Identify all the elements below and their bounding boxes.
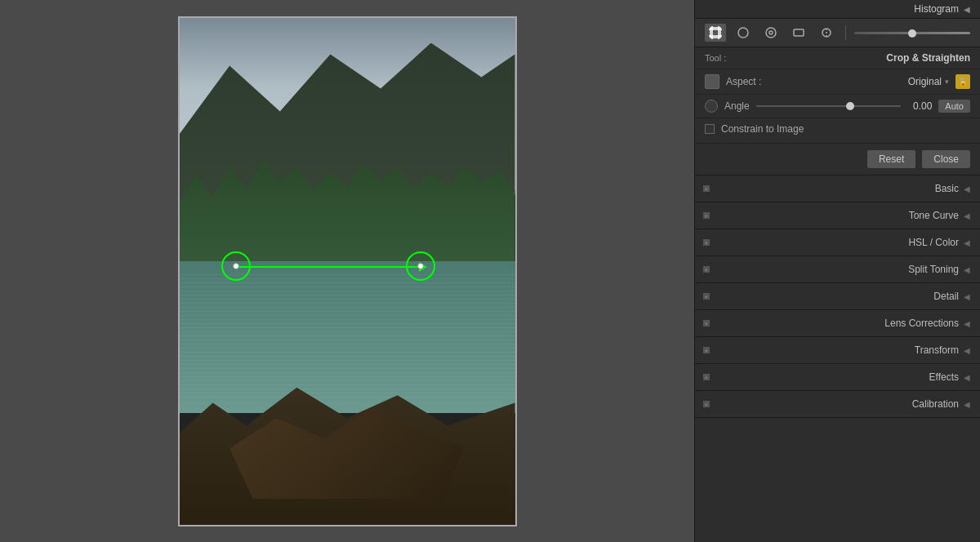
tool-slider-thumb [908, 29, 916, 38]
section-arrow-effects: ◀ [964, 373, 970, 382]
svg-point-7 [769, 31, 773, 34]
panel-section-header-lens-corrections[interactable]: ▪ Lens Corrections ◀ [695, 310, 980, 336]
angle-value: 0.00 [907, 100, 932, 112]
panel-section-header-transform[interactable]: ▪ Transform ◀ [695, 337, 980, 363]
angle-label: Angle [724, 100, 750, 112]
svg-point-5 [738, 28, 748, 38]
tool-slider-container [854, 32, 970, 34]
water-ripples [180, 271, 515, 398]
collapse-icon-effects: ▪ [703, 374, 710, 380]
lock-icon: 🔒 [958, 78, 968, 87]
aspect-label: Aspect : [726, 76, 902, 87]
section-title-lens-corrections: Lens Corrections [716, 318, 959, 329]
crop-panel-header: Tool : Crop & Straighten [695, 47, 980, 69]
panel-section-transform: ▪ Transform ◀ [695, 337, 980, 364]
section-title-tone-curve: Tone Curve [716, 210, 959, 221]
collapse-icon-detail: ▪ [703, 293, 710, 300]
section-title-basic: Basic [716, 183, 959, 194]
histogram-title: Histogram [914, 3, 959, 15]
angle-slider-thumb[interactable] [846, 102, 854, 110]
panel-section-header-detail[interactable]: ▪ Detail ◀ [695, 283, 980, 309]
panel-section-split-toning: ▪ Split Toning ◀ [695, 256, 980, 283]
collapse-icon-hsl-color: ▪ [703, 239, 710, 246]
section-arrow-detail: ◀ [964, 292, 970, 301]
spot-tool-btn[interactable] [816, 24, 837, 42]
tool-value: Crop & Straighten [886, 52, 970, 64]
action-row: Reset Close [695, 144, 980, 175]
tool-slider[interactable] [854, 32, 970, 34]
section-arrow-transform: ◀ [964, 346, 970, 355]
aspect-row: Aspect : Original ▾ 🔒 [695, 69, 980, 95]
angle-slider-wrapper [756, 100, 902, 113]
panel-sections: ▪ Basic ◀ ▪ Tone Curve ◀ ▪ HSL / Color ◀… [695, 175, 980, 542]
section-arrow-basic: ◀ [964, 184, 970, 193]
panel-section-header-calibration[interactable]: ▪ Calibration ◀ [695, 391, 980, 417]
toolbar-row [695, 19, 980, 47]
section-arrow-split-toning: ◀ [964, 265, 970, 274]
panel-section-basic: ▪ Basic ◀ [695, 175, 980, 202]
section-arrow-lens-corrections: ◀ [964, 319, 970, 328]
panel-section-lens-corrections: ▪ Lens Corrections ◀ [695, 310, 980, 337]
collapse-icon-basic: ▪ [703, 185, 710, 192]
section-title-calibration: Calibration [716, 398, 959, 410]
lock-button[interactable]: 🔒 [956, 74, 970, 89]
collapse-icon-split-toning: ▪ [703, 266, 710, 273]
circle-tool-btn[interactable] [733, 24, 754, 42]
histogram-bar: Histogram ◀ [695, 0, 980, 19]
panel-section-calibration: ▪ Calibration ◀ [695, 391, 980, 418]
collapse-icon-lens-corrections: ▪ [703, 320, 710, 327]
panel-section-header-tone-curve[interactable]: ▪ Tone Curve ◀ [695, 202, 980, 229]
collapse-icon-calibration: ▪ [703, 401, 710, 407]
histogram-arrow: ◀ [964, 5, 970, 14]
panel-section-detail: ▪ Detail ◀ [695, 283, 980, 310]
constrain-label: Constrain to Image [721, 123, 804, 135]
right-panel: Histogram ◀ [694, 0, 980, 542]
constrain-row: Constrain to Image [695, 118, 980, 144]
section-title-transform: Transform [716, 344, 959, 356]
circle-toggle[interactable] [705, 100, 718, 113]
section-title-split-toning: Split Toning [716, 264, 959, 275]
close-button[interactable]: Close [922, 150, 970, 168]
aspect-dropdown-arrow-icon: ▾ [945, 78, 949, 86]
tool-separator [845, 25, 846, 40]
panel-section-header-effects[interactable]: ▪ Effects ◀ [695, 364, 980, 390]
target-tool-btn[interactable] [760, 24, 782, 42]
section-arrow-calibration: ◀ [964, 400, 970, 409]
svg-rect-8 [794, 29, 804, 36]
section-title-detail: Detail [716, 291, 959, 302]
panel-section-header-split-toning[interactable]: ▪ Split Toning ◀ [695, 256, 980, 282]
photo-scene [180, 18, 515, 525]
section-arrow-tone-curve: ◀ [964, 211, 970, 220]
constrain-checkbox[interactable] [705, 124, 715, 134]
angle-row: Angle 0.00 Auto [695, 95, 980, 118]
rect-tool-btn[interactable] [788, 24, 809, 42]
photo-container [178, 16, 517, 526]
crop-tool-btn[interactable] [705, 24, 726, 42]
panel-section-header-basic[interactable]: ▪ Basic ◀ [695, 175, 980, 202]
section-title-effects: Effects [716, 371, 959, 383]
main-area [0, 0, 694, 542]
panel-section-header-hsl-color[interactable]: ▪ HSL / Color ◀ [695, 229, 980, 255]
collapse-icon-transform: ▪ [703, 347, 710, 353]
crop-panel: Tool : Crop & Straighten Aspect : Origin… [695, 47, 980, 175]
aspect-dropdown[interactable]: Original ▾ [908, 76, 949, 87]
angle-slider-track[interactable] [756, 105, 902, 107]
panel-section-hsl-color: ▪ HSL / Color ◀ [695, 229, 980, 256]
panel-section-effects: ▪ Effects ◀ [695, 364, 980, 391]
aspect-icon [705, 74, 719, 89]
collapse-icon-tone-curve: ▪ [703, 212, 710, 219]
reset-button[interactable]: Reset [867, 150, 915, 168]
section-title-hsl-color: HSL / Color [716, 237, 959, 248]
svg-point-6 [766, 28, 776, 38]
aspect-value: Original [908, 76, 942, 87]
section-arrow-hsl-color: ◀ [964, 238, 970, 247]
auto-button[interactable]: Auto [938, 100, 970, 113]
panel-section-tone-curve: ▪ Tone Curve ◀ [695, 202, 980, 229]
tool-label: Tool : [705, 53, 726, 63]
